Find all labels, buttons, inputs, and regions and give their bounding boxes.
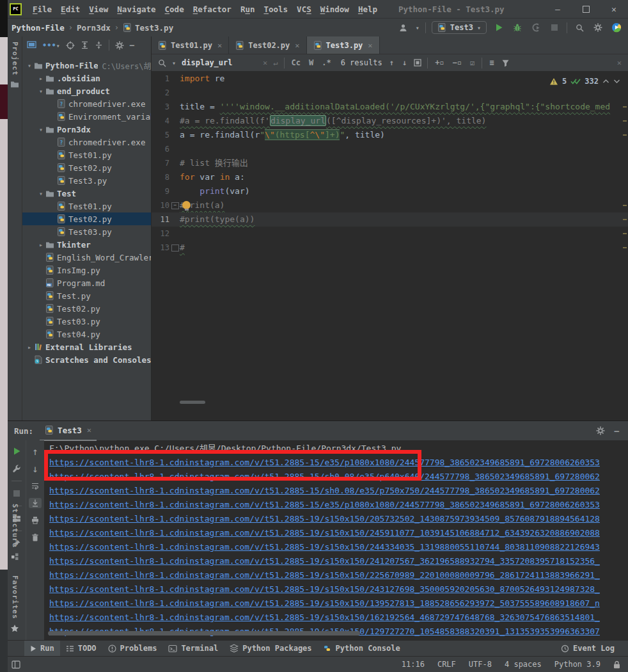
- tree-item-end-product[interactable]: ▾end_product: [22, 84, 151, 97]
- error-stripe-mark[interactable]: [623, 247, 627, 248]
- project-view-icon[interactable]: [27, 41, 36, 49]
- status-item[interactable]: Python 3.9: [554, 660, 601, 669]
- toolwindow-button-todo[interactable]: TODO: [60, 641, 102, 656]
- error-stripe-mark[interactable]: [623, 205, 627, 206]
- prev-problem-chevron-icon[interactable]: [602, 79, 609, 84]
- breadcrumb-item[interactable]: Porn3dx: [77, 23, 111, 33]
- console-url-link[interactable]: https://scontent-lhr8-1.cdninstagram.com…: [49, 486, 600, 495]
- tree-item-test03-py[interactable]: Test03.py: [22, 225, 151, 238]
- tree-item-test01-py[interactable]: Test01.py: [22, 200, 151, 212]
- code-editor[interactable]: 5 332 1import re23title = ''''window.__a…: [152, 72, 628, 420]
- minimize-button[interactable]: —: [544, 0, 572, 18]
- remove-selection-icon[interactable]: −▫: [451, 58, 463, 67]
- tree-item-english-word-crawler[interactable]: English_Word_Crawler: [22, 251, 151, 264]
- user-profile-icon[interactable]: [397, 21, 410, 34]
- options-ellipsis-button[interactable]: •••▾: [42, 41, 60, 50]
- breadcrumb-item[interactable]: Test3.py: [123, 23, 173, 33]
- toolwindow-button-terminal[interactable]: Terminal: [162, 641, 224, 656]
- status-item[interactable]: 4 spaces: [505, 660, 542, 669]
- menu-window[interactable]: Window: [316, 4, 354, 14]
- hide-panel-icon[interactable]: —: [130, 41, 134, 50]
- code-line-12[interactable]: 12: [152, 227, 628, 241]
- add-selection-icon[interactable]: +▫: [434, 58, 445, 67]
- locate-file-icon[interactable]: [66, 41, 75, 50]
- code-line-5[interactable]: 5a = re.findall(r"\"(https[^\"]+)", titl…: [152, 128, 628, 142]
- toolwindow-button-event-log[interactable]: Event Log: [555, 644, 620, 653]
- console-url-link[interactable]: https://scontent-lhr8-1.cdninstagram.com…: [49, 514, 600, 524]
- search-history-arrow[interactable]: ▾: [172, 60, 176, 67]
- intention-bulb-icon[interactable]: [182, 201, 191, 209]
- toolwindow-button-python-console[interactable]: Python Console: [318, 641, 406, 656]
- breadcrumb-item[interactable]: Python-File: [12, 23, 65, 33]
- code-line-10[interactable]: 10−#print(a): [152, 198, 628, 212]
- code-line-8[interactable]: 8for var in a:: [152, 170, 628, 184]
- stripe-button-structure[interactable]: Structure: [8, 504, 22, 561]
- tree-item-external-libraries[interactable]: ▸External Libraries: [22, 340, 151, 353]
- editor-horizontal-scrollbar[interactable]: [180, 401, 205, 404]
- stripe-button-project[interactable]: Project: [8, 42, 22, 88]
- run-button[interactable]: [492, 21, 505, 34]
- user-dropdown-arrow[interactable]: ▾: [416, 24, 420, 31]
- tree-item-chromedriver-exe[interactable]: ?chromedriver.exe: [22, 97, 151, 110]
- filter-funnel-icon[interactable]: [501, 59, 510, 67]
- error-stripe-mark[interactable]: [623, 219, 627, 220]
- editor-tab-test01-py[interactable]: Test01.py✕: [152, 36, 229, 54]
- menu-tools[interactable]: Tools: [259, 4, 292, 14]
- tree-item-tkinter[interactable]: ▸Tkinter: [22, 238, 151, 251]
- tool-window-switcher-icon[interactable]: [12, 660, 20, 669]
- menu-refactor[interactable]: Refactor: [189, 4, 236, 14]
- expand-all-icon[interactable]: [81, 41, 89, 49]
- tree-item-test02-py[interactable]: Test02.py: [22, 302, 151, 315]
- debug-button[interactable]: [511, 21, 524, 34]
- inspections-widget[interactable]: 5 332: [549, 74, 620, 88]
- tree-item-environment-variab[interactable]: Environment_variab: [22, 110, 151, 123]
- console-url-link[interactable]: https://scontent-lhr8-1.cdninstagram.com…: [49, 528, 600, 538]
- fold-marker-icon[interactable]: −: [171, 202, 179, 209]
- match-case-button[interactable]: Cc: [290, 58, 302, 67]
- soft-wrap-icon[interactable]: [29, 481, 42, 491]
- tree-chevron-icon[interactable]: ▸: [25, 344, 34, 351]
- tree-item--obsidian[interactable]: ▸.obsidian: [22, 72, 151, 84]
- regex-button[interactable]: .*: [320, 58, 332, 67]
- tree-chevron-icon[interactable]: ▸: [36, 241, 45, 248]
- menu-vcs[interactable]: VCS: [292, 4, 316, 14]
- toggle-selection-icon[interactable]: ☑: [469, 58, 476, 67]
- tree-item-test03-py[interactable]: Test03.py: [22, 315, 151, 328]
- search-everywhere-icon[interactable]: [573, 21, 586, 34]
- tree-chevron-icon[interactable]: ▾: [36, 190, 45, 197]
- down-stacktrace-icon[interactable]: ↓: [29, 463, 42, 474]
- tree-item-test[interactable]: ▾Test: [22, 187, 151, 200]
- tree-item-test02-py[interactable]: Test02.py: [22, 161, 151, 174]
- run-console-output[interactable]: F:\Python\python.exe C:/Users/胡昱/Desktop…: [44, 440, 628, 640]
- panel-settings-gear-icon[interactable]: [115, 41, 124, 50]
- code-line-4[interactable]: 4#a = re.findall(f'display_url([^display…: [152, 114, 628, 128]
- code-line-3[interactable]: 3title = ''''window.__additionalDataLoad…: [152, 100, 628, 114]
- stop-button[interactable]: [548, 21, 561, 34]
- print-icon[interactable]: [29, 515, 42, 525]
- error-stripe-mark[interactable]: [623, 106, 627, 108]
- code-line-13[interactable]: 13#: [152, 241, 628, 255]
- tree-item-test01-py[interactable]: Test01.py: [22, 148, 151, 161]
- tree-item-chromedriver-exe[interactable]: ?chromedriver.exe: [22, 136, 151, 148]
- hide-run-panel-icon[interactable]: —: [614, 426, 619, 436]
- clear-console-icon[interactable]: [29, 532, 42, 543]
- menu-code[interactable]: Code: [161, 4, 189, 14]
- tree-item-program-md[interactable]: MDProgram.md: [22, 276, 151, 289]
- stop-process-button[interactable]: [10, 488, 23, 499]
- console-url-link[interactable]: https://scontent-lhr8-1.cdninstagram.com…: [49, 556, 600, 566]
- console-url-link[interactable]: https://scontent-lhr8-1.cdninstagram.com…: [49, 612, 600, 622]
- close-find-bar-icon[interactable]: ✕: [617, 58, 622, 67]
- status-item[interactable]: CRLF: [437, 660, 456, 669]
- toolwindow-button-problems[interactable]: Problems: [102, 641, 163, 656]
- up-stacktrace-icon[interactable]: ↑: [29, 446, 42, 456]
- editor-tab-test02-py[interactable]: Test02.py✕: [229, 36, 306, 54]
- error-stripe-mark[interactable]: [623, 134, 627, 136]
- fold-marker-icon[interactable]: [171, 244, 179, 252]
- console-horizontal-scrollbar[interactable]: [48, 631, 360, 636]
- run-tab-test3[interactable]: Test3 ✕: [40, 420, 97, 441]
- tree-item-test-py[interactable]: Test.py: [22, 289, 151, 302]
- lock-icon[interactable]: [613, 660, 620, 669]
- code-line-9[interactable]: 9 print(var): [152, 184, 628, 198]
- status-item[interactable]: 11:16: [402, 660, 425, 669]
- newline-icon[interactable]: ↵: [273, 58, 278, 67]
